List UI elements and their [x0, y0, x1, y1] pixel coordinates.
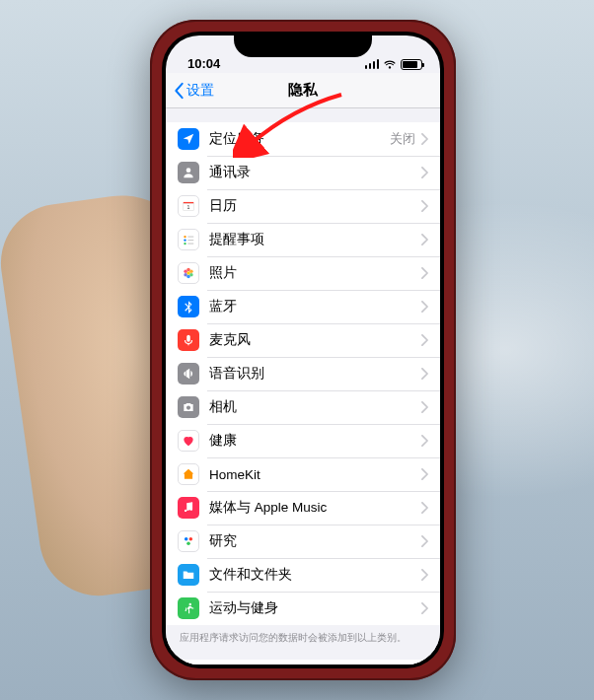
- svg-rect-7: [187, 237, 193, 238]
- row-bluetooth[interactable]: 蓝牙: [166, 290, 440, 323]
- motion-icon: [178, 597, 199, 619]
- homekit-icon: [178, 463, 199, 485]
- media-icon: [178, 497, 199, 519]
- row-mic[interactable]: 麦克风: [166, 323, 440, 357]
- row-homekit-label: HomeKit: [209, 467, 421, 482]
- calendar-icon: 1: [178, 195, 199, 217]
- svg-point-6: [184, 243, 186, 245]
- svg-rect-8: [187, 240, 193, 241]
- health-icon: [178, 430, 199, 452]
- back-label: 设置: [186, 82, 214, 100]
- display-notch: [234, 32, 372, 57]
- files-icon: [178, 564, 199, 586]
- svg-point-16: [184, 270, 187, 274]
- chevron-right-icon: [421, 334, 428, 346]
- svg-text:1: 1: [187, 204, 190, 210]
- content-scroll[interactable]: 定位服务关闭通讯录1日历提醒事项照片蓝牙麦克风语音识别相机健康HomeKit媒体…: [166, 108, 440, 665]
- row-camera-label: 相机: [209, 398, 421, 416]
- row-homekit[interactable]: HomeKit: [166, 457, 440, 491]
- chevron-right-icon: [421, 133, 428, 145]
- contacts-icon: [178, 162, 199, 183]
- svg-rect-17: [186, 335, 190, 342]
- mic-icon: [178, 329, 199, 351]
- svg-point-15: [184, 273, 187, 277]
- reminders-icon: [178, 229, 199, 250]
- row-calendar[interactable]: 1日历: [166, 189, 440, 223]
- svg-point-23: [189, 603, 191, 605]
- speech-icon: [178, 363, 199, 385]
- row-health-label: 健康: [209, 432, 421, 450]
- svg-point-13: [189, 273, 193, 277]
- research-icon: [178, 530, 199, 552]
- battery-icon: [401, 59, 422, 70]
- back-button[interactable]: 设置: [174, 82, 214, 100]
- chevron-left-icon: [174, 82, 185, 100]
- svg-point-12: [189, 270, 193, 274]
- svg-point-11: [186, 268, 190, 272]
- chevron-right-icon: [421, 569, 428, 581]
- chevron-right-icon: [421, 502, 428, 514]
- row-reminders-label: 提醒事项: [209, 231, 421, 248]
- row-reminders[interactable]: 提醒事项: [166, 223, 440, 256]
- chevron-right-icon: [421, 535, 428, 547]
- row-motion[interactable]: 运动与健身: [166, 592, 440, 625]
- chevron-right-icon: [421, 267, 428, 279]
- row-speech[interactable]: 语音识别: [166, 357, 440, 390]
- chevron-right-icon: [421, 435, 428, 447]
- chevron-right-icon: [421, 301, 428, 313]
- location-arrow-icon: [178, 128, 199, 150]
- privacy-list: 定位服务关闭通讯录1日历提醒事项照片蓝牙麦克风语音识别相机健康HomeKit媒体…: [166, 122, 440, 625]
- analytics-section: 分析与改进: [166, 660, 440, 665]
- footer-text: 应用程序请求访问您的数据时会被添加到以上类别。: [166, 625, 440, 654]
- bluetooth-icon: [178, 296, 199, 317]
- row-health[interactable]: 健康: [166, 424, 440, 457]
- svg-point-4: [184, 236, 186, 238]
- svg-point-10: [186, 271, 190, 275]
- row-files-label: 文件和文件夹: [209, 566, 421, 584]
- chevron-right-icon: [421, 368, 428, 380]
- row-speech-label: 语音识别: [209, 365, 421, 383]
- row-research-label: 研究: [209, 532, 421, 550]
- photos-icon: [178, 262, 199, 284]
- chevron-right-icon: [421, 200, 428, 212]
- wifi-icon: [383, 57, 397, 71]
- chevron-right-icon: [421, 167, 428, 178]
- row-media[interactable]: 媒体与 Apple Music: [166, 491, 440, 525]
- navigation-bar: 设置 隐私: [166, 73, 440, 108]
- svg-rect-9: [187, 244, 193, 245]
- camera-icon: [178, 396, 199, 418]
- status-time: 10:04: [184, 56, 220, 71]
- row-calendar-label: 日历: [209, 197, 421, 215]
- svg-point-21: [189, 537, 193, 541]
- row-media-label: 媒体与 Apple Music: [209, 499, 421, 517]
- svg-point-19: [186, 406, 190, 410]
- cellular-signal-icon: [365, 59, 380, 69]
- chevron-right-icon: [421, 602, 428, 614]
- row-photos-label: 照片: [209, 264, 421, 282]
- screen: 10:04 设置 隐私: [166, 35, 440, 665]
- row-files[interactable]: 文件和文件夹: [166, 558, 440, 592]
- row-photos[interactable]: 照片: [166, 256, 440, 290]
- row-mic-label: 麦克风: [209, 331, 421, 349]
- row-contacts[interactable]: 通讯录: [166, 156, 440, 189]
- svg-point-5: [184, 239, 186, 241]
- row-location-value: 关闭: [390, 130, 415, 148]
- svg-point-22: [186, 542, 190, 546]
- chevron-right-icon: [421, 401, 428, 413]
- row-contacts-label: 通讯录: [209, 164, 421, 181]
- chevron-right-icon: [421, 234, 428, 245]
- row-location[interactable]: 定位服务关闭: [166, 122, 440, 156]
- row-location-label: 定位服务: [209, 130, 390, 148]
- row-bluetooth-label: 蓝牙: [209, 298, 421, 315]
- svg-point-14: [186, 275, 190, 279]
- row-analytics[interactable]: 分析与改进: [166, 660, 440, 665]
- iphone-frame: 10:04 设置 隐私: [150, 20, 456, 680]
- row-research[interactable]: 研究: [166, 525, 440, 558]
- svg-point-0: [186, 168, 191, 173]
- row-camera[interactable]: 相机: [166, 390, 440, 424]
- page-title: 隐私: [288, 81, 318, 100]
- chevron-right-icon: [421, 468, 428, 480]
- svg-point-20: [185, 537, 188, 541]
- row-motion-label: 运动与健身: [209, 599, 421, 617]
